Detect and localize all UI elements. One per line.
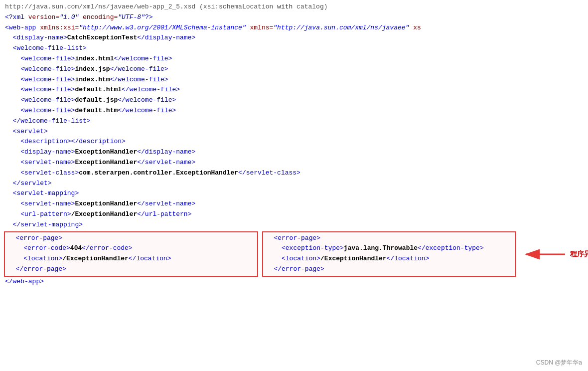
line-5: <welcome-file-list> [4, 43, 588, 54]
watermark: CSDN @梦年华a [536, 359, 582, 367]
line-14: <description></description> [4, 137, 588, 147]
line-4: <display-name>CatchExceptionTest</displa… [4, 33, 588, 43]
annotation-label-2: 程序异常处理 [570, 248, 588, 259]
line-21: <url-pattern>/ExceptionHandler</url-patt… [4, 209, 588, 220]
annotation-2: 程序异常处理 [521, 246, 588, 262]
error-page-block-2: <error-page> <exception-type>java.lang.T… [262, 231, 516, 277]
line-23: <error-page> [7, 233, 254, 244]
line-2: <?xml version="1.0" encoding="UTF-8"?> [4, 12, 588, 23]
line-20: <servlet-name>ExceptionHandler</servlet-… [4, 199, 588, 209]
line-18: </servlet> [4, 179, 588, 189]
line-29: <location>/ExceptionHandler</location> [265, 254, 512, 264]
error-page-block-1: <error-page> <error-code>404</error-code… [4, 231, 258, 277]
line-28: <exception-type>java.lang.Throwable</exc… [265, 243, 512, 254]
line-30: </error-page> [265, 264, 512, 275]
line-12: </welcome-file-list> [4, 116, 588, 127]
line-19: <servlet-mapping> [4, 188, 588, 199]
line-13: <servlet> [4, 127, 588, 137]
line-10: <welcome-file>default.jsp</welcome-file> [4, 95, 588, 106]
line-22: </servlet-mapping> [4, 220, 588, 230]
line-3: <web-app xmlns:xsi="http://www.w3.org/20… [4, 23, 588, 33]
xml-decl-tag: <?xml [5, 12, 28, 23]
line-1: http://java.sun.com/xml/ns/javaee/web-ap… [4, 2, 588, 12]
line-25: <location>/ExceptionHandler</location> [7, 254, 254, 264]
line-6: <welcome-file>index.html</welcome-file> [4, 54, 588, 64]
with-text: with [277, 2, 293, 12]
line-15: <display-name>ExceptionHandler</display-… [4, 147, 588, 158]
line-8: <welcome-file>index.htm</welcome-file> [4, 75, 588, 85]
line-16: <servlet-name>ExceptionHandler</servlet-… [4, 158, 588, 168]
line-7: <welcome-file>index.jsp</welcome-file> [4, 64, 588, 75]
line-26: </error-page> [7, 264, 254, 275]
line-11: <welcome-file>default.htm</welcome-file> [4, 106, 588, 116]
comment-text: http://java.sun.com/xml/ns/javaee/web-ap… [5, 2, 277, 12]
line-9: <welcome-file>default.html</welcome-file… [4, 85, 588, 95]
line-31: </web-app> [4, 277, 588, 287]
line-24: <error-code>404</error-code> [7, 243, 254, 254]
line-27: <error-page> [265, 233, 512, 244]
arrow-icon-2 [521, 246, 566, 262]
line-17: <servlet-class>com.sterarpen.controller.… [4, 168, 588, 179]
code-editor: http://java.sun.com/xml/ns/javaee/web-ap… [0, 0, 588, 289]
